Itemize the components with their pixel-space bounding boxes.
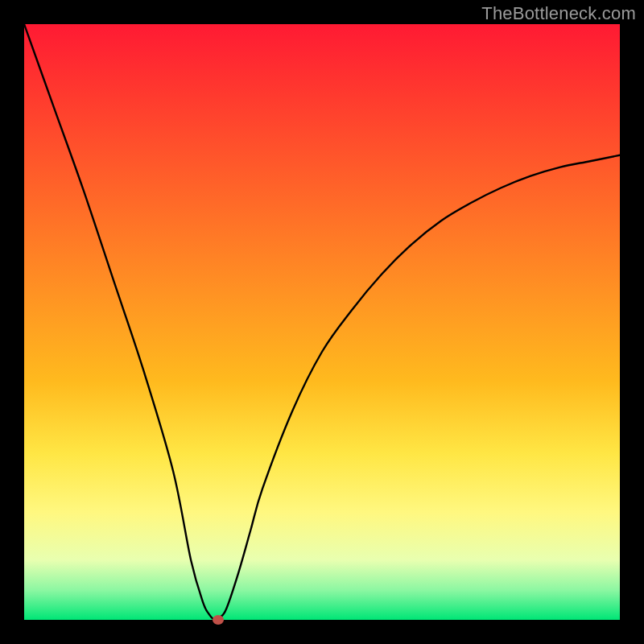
watermark-text: TheBottleneck.com (481, 3, 636, 24)
bottleneck-curve (24, 24, 620, 620)
plot-area (24, 24, 620, 620)
minimum-marker-icon (213, 615, 224, 625)
chart-frame: TheBottleneck.com (0, 0, 644, 644)
